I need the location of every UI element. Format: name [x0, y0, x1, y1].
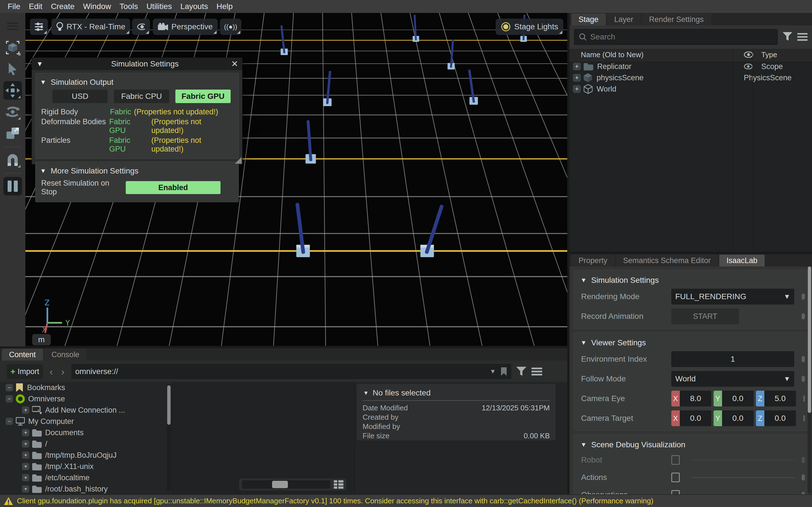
options-menu-icon[interactable]	[797, 33, 808, 41]
type-column-header[interactable]: Type	[761, 50, 812, 59]
camera-button[interactable]: Perspective	[153, 18, 218, 35]
expand-icon[interactable]: +	[22, 429, 29, 436]
content-tree-scrollbar[interactable]	[167, 384, 171, 491]
path-bar[interactable]: ▼	[71, 364, 511, 379]
unit-badge[interactable]: m	[32, 334, 51, 345]
expand-icon[interactable]: +	[22, 452, 29, 459]
tree-item-omniverse[interactable]: − Omniverse	[0, 393, 172, 404]
expand-icon[interactable]: +	[22, 406, 29, 414]
stage-row-replicator[interactable]: + Replicator Scope	[569, 61, 812, 72]
scale-tool-button[interactable]	[3, 124, 22, 143]
dialog-collapse-icon[interactable]: ▼	[32, 60, 48, 68]
slider-thumb[interactable]	[272, 481, 288, 488]
audio-button[interactable]: ((●))	[220, 18, 241, 35]
default-indicator[interactable]	[802, 474, 805, 481]
cartpole[interactable]	[306, 120, 316, 163]
tree-item-x11-unix[interactable]: + /tmp/.X11-unix	[0, 461, 172, 472]
tree-item-tmp-bojruoqjuj[interactable]: + /tmp/tmp.BoJruOqjuJ	[0, 450, 172, 461]
scrollbar-thumb[interactable]	[167, 385, 170, 425]
tab-stage[interactable]: Stage	[571, 13, 606, 25]
select-tool-button[interactable]	[3, 60, 22, 78]
path-input[interactable]	[75, 367, 485, 376]
expand-icon[interactable]: +	[573, 74, 581, 82]
snap-tool-button[interactable]	[3, 151, 22, 169]
rotate-tool-button[interactable]	[3, 103, 22, 121]
camera-target-y-field[interactable]: 0.0	[722, 410, 754, 426]
menu-tools[interactable]: Tools	[115, 2, 142, 11]
start-record-button[interactable]: START	[671, 308, 739, 324]
camera-eye-y-field[interactable]: 0.0	[722, 391, 754, 406]
select-mode-button[interactable]	[3, 38, 22, 57]
expand-icon[interactable]: +	[22, 485, 29, 493]
grid-view-icon[interactable]	[334, 480, 343, 489]
collapse-icon[interactable]: −	[6, 384, 13, 391]
default-indicator[interactable]	[803, 395, 805, 402]
back-button[interactable]: ‹	[48, 366, 54, 377]
tree-item-etc-localtime[interactable]: + /etc/localtime	[0, 472, 172, 483]
environment-index-field[interactable]: 1	[671, 351, 794, 367]
path-dropdown-icon[interactable]: ▼	[490, 368, 496, 375]
viewer-settings-header[interactable]: ▼ Viewer Settings	[580, 338, 805, 347]
camera-eye-x-field[interactable]: 8.0	[680, 391, 711, 406]
rendering-mode-dropdown[interactable]: FULL_RENDERING ▼	[671, 289, 794, 304]
selection-header[interactable]: ▼ No files selected	[363, 388, 550, 397]
expand-icon[interactable]: +	[573, 85, 581, 93]
dialog-titlebar[interactable]: ▼ Simulation Settings ✕	[32, 58, 242, 70]
thumbnail-size-slider[interactable]	[239, 478, 346, 490]
visibility-eye-icon[interactable]	[744, 64, 753, 69]
renderer-button[interactable]: RTX - Real-Time	[51, 18, 130, 35]
default-indicator[interactable]	[802, 356, 805, 362]
content-filter-icon[interactable]	[516, 367, 526, 376]
default-indicator[interactable]	[802, 376, 805, 382]
import-button[interactable]: + Import	[7, 364, 43, 379]
content-options-icon[interactable]	[531, 367, 542, 376]
stage-row-physicsscene[interactable]: + physicsScene PhysicsScene	[569, 72, 812, 83]
simulation-settings-header[interactable]: ▼ Simulation Settings	[580, 276, 805, 285]
tree-item-documents[interactable]: + Documents	[0, 427, 172, 438]
cartpole[interactable]	[296, 203, 310, 257]
camera-target-x-field[interactable]: 0.0	[680, 410, 711, 426]
more-settings-header[interactable]: ▼ More Simulation Settings	[40, 166, 235, 175]
cartpole[interactable]	[323, 71, 332, 106]
expand-icon[interactable]: +	[22, 440, 29, 448]
stage-tree-header[interactable]: Name (Old to New) Type	[569, 49, 812, 60]
stage-lights-button[interactable]: Stage Lights	[496, 18, 563, 35]
expand-icon[interactable]: +	[22, 463, 29, 470]
fabric-cpu-button[interactable]: Fabric CPU	[114, 90, 169, 103]
tab-layer[interactable]: Layer	[607, 13, 641, 25]
pause-button[interactable]	[3, 177, 22, 195]
viewport-settings-button[interactable]	[30, 18, 48, 35]
menu-file[interactable]: File	[3, 2, 24, 11]
main-menu-icon[interactable]	[3, 17, 22, 36]
reset-enabled-toggle[interactable]: Enabled	[126, 181, 220, 194]
simulation-output-header[interactable]: ▼ Simulation Output	[40, 78, 235, 87]
collapse-icon[interactable]: −	[6, 418, 13, 425]
actions-checkbox[interactable]	[671, 473, 680, 482]
tree-item-bookmarks[interactable]: − Bookmarks	[0, 382, 172, 393]
tab-content[interactable]: Content	[2, 349, 43, 360]
tab-isaaclab[interactable]: IsaacLab	[719, 255, 765, 267]
cartpole[interactable]	[448, 40, 455, 69]
stage-search-input[interactable]	[590, 33, 773, 41]
robot-checkbox[interactable]	[671, 455, 680, 465]
cartpole[interactable]	[420, 204, 444, 257]
menu-layouts[interactable]: Layouts	[176, 2, 212, 11]
camera-eye-z-field[interactable]: 5.0	[764, 391, 796, 406]
expand-icon[interactable]: +	[573, 62, 581, 70]
tab-property[interactable]: Property	[571, 255, 615, 267]
expand-icon[interactable]: +	[22, 474, 29, 482]
stage-row-world[interactable]: + World	[569, 83, 812, 95]
stage-search-box[interactable]	[574, 29, 777, 45]
filter-icon[interactable]	[783, 32, 792, 42]
follow-mode-dropdown[interactable]: World ▼	[671, 371, 794, 387]
scrollbar-thumb[interactable]	[808, 267, 811, 413]
tab-render-settings[interactable]: Render Settings	[642, 13, 711, 25]
move-tool-button[interactable]	[3, 81, 22, 100]
default-indicator[interactable]	[802, 293, 805, 300]
cartpole[interactable]	[468, 69, 478, 105]
dialog-resize-grip[interactable]	[235, 157, 242, 164]
tab-console[interactable]: Console	[44, 349, 87, 360]
bookmark-icon[interactable]	[500, 367, 507, 376]
forward-button[interactable]: ›	[59, 366, 66, 377]
menu-window[interactable]: Window	[79, 2, 115, 11]
